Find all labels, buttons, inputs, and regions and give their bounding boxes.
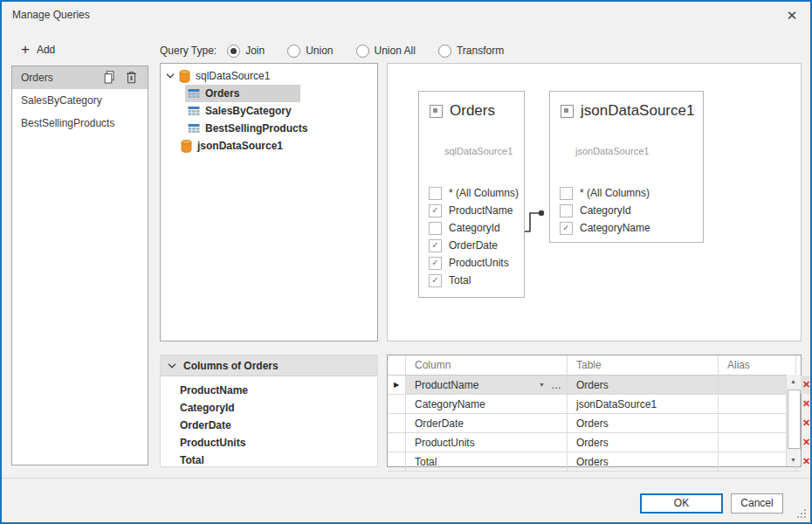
table-card-source: jsonDataSource1 (575, 146, 649, 156)
grid-row-productname[interactable]: ▶ ProductName ▼ … Orders ✕ (388, 376, 801, 395)
grid-cell-alias[interactable] (719, 433, 796, 452)
field-label: ProductName (449, 204, 513, 217)
tree-node-sqldatasource1[interactable]: sqlDataSource1 (166, 67, 270, 85)
grid-row-productunits[interactable]: ProductUnits Orders ✕ (388, 433, 801, 452)
checkbox-checked[interactable] (560, 222, 573, 235)
radio-join[interactable]: Join (227, 45, 265, 58)
chevron-down-icon[interactable] (166, 73, 175, 79)
grid-cell-column[interactable]: OrderDate (406, 414, 568, 432)
table-card-jsondatasource1[interactable]: jsonDataSource1 jsonDataSource1 * (All C… (549, 91, 704, 243)
field-row-all-columns[interactable]: * (All Columns) (429, 184, 519, 202)
query-list-item-bestsellingproducts[interactable]: BestSellingProducts (12, 112, 148, 134)
query-list-item-salesbycategory[interactable]: SalesByCategory (12, 89, 148, 112)
query-list: Orders SalesByCategory BestSellingProduc… (11, 66, 148, 465)
plus-icon: + (21, 44, 30, 56)
copy-icon[interactable] (104, 71, 115, 84)
checkbox-unchecked[interactable] (429, 222, 442, 235)
field-row-all-columns[interactable]: * (All Columns) (560, 184, 698, 202)
grid-cell-column[interactable]: ProductUnits (406, 433, 568, 452)
close-icon[interactable]: ✕ (782, 6, 802, 25)
field-row-orderdate[interactable]: OrderDate (429, 237, 519, 254)
field-row-categoryid[interactable]: CategoryId (429, 219, 519, 237)
table-handle-icon (430, 105, 443, 118)
grid-cell-alias[interactable] (719, 414, 796, 432)
query-list-item-orders[interactable]: Orders (12, 66, 148, 89)
radio-union[interactable]: Union (287, 45, 333, 58)
dropdown-arrow-icon[interactable]: ▼ (539, 382, 545, 388)
query-type-label: Query Type: (160, 45, 217, 57)
resize-grip[interactable] (804, 516, 806, 518)
table-card-header[interactable]: Orders (430, 102, 495, 120)
grid-row-orderdate[interactable]: OrderDate Orders ✕ (388, 414, 801, 433)
tree-node-jsondatasource1[interactable]: jsonDataSource1 (181, 137, 283, 155)
field-row-categoryname[interactable]: CategoryName (560, 219, 698, 237)
ok-button[interactable]: OK (640, 493, 723, 514)
trash-icon[interactable] (126, 71, 137, 84)
radio-union-all[interactable]: Union All (356, 45, 416, 58)
grid-cell-column[interactable]: ProductName ▼ … (406, 376, 568, 394)
tree-node-salesbycategory[interactable]: SalesByCategory (188, 102, 292, 120)
tree-node-bestsellingproducts[interactable]: BestSellingProducts (188, 120, 307, 137)
field-label: CategoryId (449, 222, 500, 234)
grid-header-column: Column (406, 355, 568, 375)
table-card-header[interactable]: jsonDataSource1 (561, 102, 694, 120)
field-row-productname[interactable]: ProductName (429, 202, 519, 219)
checkbox-checked[interactable] (429, 257, 442, 270)
add-button-label: Add (37, 44, 55, 56)
row-indicator-icon: ▶ (388, 376, 406, 394)
scroll-up-icon[interactable]: ▲ (787, 375, 800, 388)
table-handle-icon (561, 105, 574, 118)
columns-panel-header[interactable]: Columns of Orders (161, 355, 377, 376)
grid-cell-table[interactable]: Orders (568, 433, 719, 452)
column-item[interactable]: ProductUnits (161, 434, 377, 452)
chevron-down-icon[interactable] (168, 363, 176, 369)
radio-label: Transform (457, 45, 504, 57)
tree-node-orders[interactable]: Orders (188, 85, 239, 102)
table-icon (188, 88, 200, 99)
grid-cell-alias[interactable] (719, 395, 796, 413)
grid-cell-column[interactable]: Total (406, 452, 568, 471)
checkbox-checked[interactable] (429, 239, 442, 252)
column-item[interactable]: Total (161, 452, 377, 469)
column-item[interactable]: CategoryId (161, 399, 377, 417)
scroll-down-icon[interactable]: ▼ (787, 453, 800, 466)
radio-icon (227, 45, 240, 58)
grid-cell-column[interactable]: CategoryName (406, 395, 568, 413)
column-item[interactable]: ProductName (161, 382, 377, 399)
ellipsis-button[interactable]: … (551, 382, 561, 389)
grid-row-total[interactable]: Total Orders ✕ (388, 452, 801, 472)
field-row-categoryid[interactable]: CategoryId (560, 202, 698, 219)
row-indicator-cell (388, 452, 406, 471)
grid-cell-table[interactable]: jsonDataSource1 (568, 395, 719, 413)
grid-cell-table[interactable]: Orders (568, 376, 719, 394)
grid-cell-alias[interactable] (719, 452, 796, 471)
checkbox-checked[interactable] (429, 274, 442, 287)
grid-cell-table[interactable]: Orders (568, 414, 719, 432)
dialog-title: Manage Queries (12, 9, 90, 21)
radio-transform[interactable]: Transform (438, 45, 504, 58)
cancel-button[interactable]: Cancel (731, 493, 783, 514)
table-card-orders[interactable]: Orders sqlDataSource1 * (All Columns) Pr… (418, 91, 525, 298)
checkbox-unchecked[interactable] (429, 187, 442, 200)
column-item[interactable]: OrderDate (161, 417, 377, 434)
grid-header-table: Table (568, 355, 719, 375)
field-row-productunits[interactable]: ProductUnits (429, 254, 519, 272)
grid-cell-table[interactable]: Orders (568, 452, 719, 471)
query-item-label: Orders (21, 72, 53, 84)
field-row-total[interactable]: Total (429, 272, 519, 289)
checkbox-unchecked[interactable] (560, 187, 573, 200)
row-indicator-cell (388, 433, 406, 452)
add-query-button[interactable]: + Add (21, 44, 55, 56)
grid-cell-alias[interactable] (719, 376, 796, 394)
table-icon (188, 123, 200, 134)
checkbox-checked[interactable] (429, 204, 442, 217)
tree-node-label: sqlDataSource1 (196, 70, 270, 82)
column-mapping-grid: Column Table Alias ▶ ProductName ▼ … Ord… (387, 355, 802, 467)
checkbox-unchecked[interactable] (560, 204, 573, 217)
grid-row-categoryname[interactable]: CategoryName jsonDataSource1 ✕ (388, 395, 801, 414)
table-card-title: Orders (450, 102, 495, 120)
grid-vertical-scrollbar[interactable]: ▲ ▼ (786, 375, 801, 466)
grid-header-row: Column Table Alias (388, 355, 801, 376)
scrollbar-thumb[interactable] (788, 390, 801, 449)
tree-node-label: Orders (205, 87, 239, 100)
